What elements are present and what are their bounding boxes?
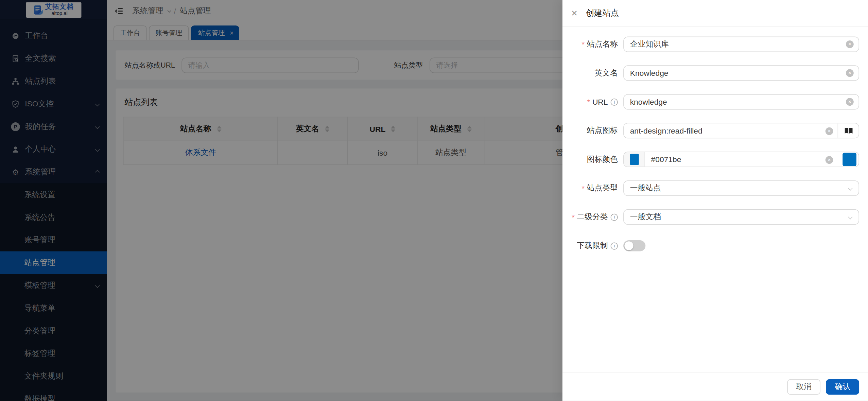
form-row-url: URL	[571, 94, 859, 110]
info-icon[interactable]	[611, 213, 618, 221]
english-name-input[interactable]	[623, 65, 859, 81]
form-row-english-name: 英文名	[571, 65, 859, 81]
site-icon-label: 站点图标	[571, 126, 618, 136]
color-picker-button[interactable]	[840, 152, 858, 167]
download-limit-switch[interactable]	[623, 240, 645, 251]
icon-picker-button[interactable]	[838, 123, 859, 138]
cancel-button[interactable]: 取消	[787, 379, 820, 395]
screen: 艾拓文档 aitop.ai 工作台	[0, 0, 868, 401]
form-row-site-name: 站点名称	[571, 37, 859, 52]
clear-icon[interactable]	[826, 156, 833, 164]
secondary-category-label: 二级分类	[571, 212, 618, 222]
color-swatch	[624, 152, 645, 167]
drawer-title: 创建站点	[586, 8, 619, 18]
form-row-site-type: 站点类型 一般站点	[571, 180, 859, 196]
download-limit-label: 下载限制	[571, 241, 618, 251]
confirm-button[interactable]: 确认	[826, 379, 859, 395]
clear-icon[interactable]	[826, 127, 833, 135]
icon-color-input[interactable]	[645, 152, 840, 167]
info-icon[interactable]	[611, 242, 618, 249]
form-row-download-limit: 下载限制	[571, 238, 859, 254]
clear-icon[interactable]	[846, 40, 854, 48]
close-icon[interactable]	[571, 8, 577, 18]
drawer-form: 站点名称 英文名 URL	[562, 27, 868, 254]
form-row-site-icon: 站点图标	[571, 123, 859, 139]
clear-icon[interactable]	[846, 98, 854, 106]
site-type-label: 站点类型	[571, 183, 618, 193]
site-icon-input[interactable]	[624, 123, 838, 138]
site-name-input[interactable]	[623, 37, 859, 52]
drawer-header: 创建站点	[562, 0, 868, 27]
chevron-down-icon	[848, 215, 853, 220]
url-label: URL	[571, 98, 618, 106]
secondary-category-select[interactable]: 一般文档	[623, 209, 859, 225]
clear-icon[interactable]	[846, 69, 854, 77]
info-icon[interactable]	[611, 98, 618, 105]
form-row-secondary-category: 二级分类 一般文档	[571, 209, 859, 225]
english-name-label: 英文名	[571, 68, 618, 78]
site-name-label: 站点名称	[571, 39, 618, 49]
site-type-select[interactable]: 一般站点	[623, 180, 859, 196]
read-book-icon	[844, 127, 853, 134]
chevron-down-icon	[848, 186, 853, 191]
form-row-icon-color: 图标颜色	[571, 152, 859, 167]
drawer-footer: 取消 确认	[562, 372, 868, 401]
url-input[interactable]	[623, 94, 859, 110]
icon-color-label: 图标颜色	[571, 154, 618, 164]
create-site-drawer: 创建站点 站点名称 英文名	[562, 0, 868, 401]
